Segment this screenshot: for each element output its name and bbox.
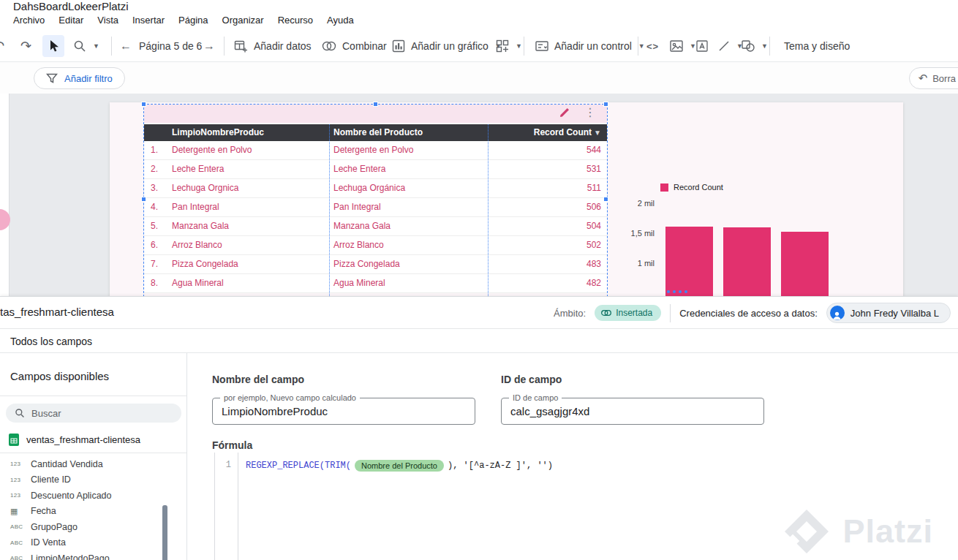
bar[interactable] xyxy=(723,227,771,296)
table-row: 4.Pan IntegralPan Integral506 xyxy=(144,198,607,217)
table-row: 8.Agua MineralAgua Mineral482 xyxy=(144,274,607,293)
data-source-item[interactable]: ventas_freshmart-clientesa xyxy=(9,432,140,447)
table-cell: 531 xyxy=(488,160,607,178)
page-indicator[interactable]: Página 5 de 6 xyxy=(139,31,202,61)
community-viz-button[interactable]: ▼ xyxy=(496,31,522,61)
search-input[interactable] xyxy=(31,408,170,419)
table-cell: 4. xyxy=(144,198,165,216)
filter-icon xyxy=(46,73,58,83)
field-item[interactable]: 123Cliente ID xyxy=(0,472,186,488)
add-data-icon xyxy=(234,39,248,53)
add-chart-button[interactable]: Añadir un gráfico ▼ xyxy=(392,31,502,61)
resize-handle[interactable] xyxy=(373,102,378,107)
column-guide xyxy=(488,124,489,296)
more-options-button[interactable]: ⋮ xyxy=(584,105,596,119)
chevron-down-icon: ▼ xyxy=(690,42,696,50)
field-label: LimpioMetodoPago xyxy=(31,553,110,560)
menu-editar[interactable]: Editar xyxy=(59,15,83,26)
scrollbar-thumb[interactable] xyxy=(162,505,167,560)
edit-button[interactable] xyxy=(559,107,574,121)
column-guide xyxy=(329,124,330,296)
blend-button[interactable]: Combinar xyxy=(322,31,387,61)
shape-button[interactable]: ▼ xyxy=(742,31,768,61)
column-header[interactable]: Nombre del Producto xyxy=(329,124,488,141)
menu-insertar[interactable]: Insertar xyxy=(132,15,165,26)
line-button[interactable]: ▼ xyxy=(718,31,743,61)
table-cell: 5. xyxy=(144,217,165,235)
menu-organizar[interactable]: Organizar xyxy=(222,15,264,26)
bar[interactable] xyxy=(665,227,713,296)
zoom-button[interactable]: ▼ xyxy=(73,31,99,61)
table-cell: 1. xyxy=(144,141,165,159)
clear-label: Borra xyxy=(932,73,956,84)
field-name-input[interactable] xyxy=(213,398,475,424)
text-box-button[interactable] xyxy=(696,31,708,61)
report-canvas[interactable]: ⋮ LimpioNombreProduc Nombre del Producto… xyxy=(0,94,958,296)
bar[interactable] xyxy=(781,232,829,296)
report-page[interactable]: ⋮ LimpioNombreProduc Nombre del Producto… xyxy=(110,102,903,296)
report-title[interactable]: DahsBoardLokeerPlatzi xyxy=(13,0,129,12)
field-search[interactable] xyxy=(6,404,181,423)
column-header-sorted[interactable]: Record Count▼ xyxy=(488,124,607,141)
menu-recurso[interactable]: Recurso xyxy=(278,15,313,26)
menu-archivo[interactable]: Archivo xyxy=(13,15,45,26)
clear-button[interactable]: ↶ Borra xyxy=(909,67,958,89)
undo-button[interactable]: ↶ xyxy=(0,31,4,61)
row-number-header xyxy=(144,124,165,141)
select-tool-button[interactable] xyxy=(42,35,64,57)
add-data-label: Añadir datos xyxy=(254,40,312,52)
arrow-right-icon: → xyxy=(203,39,215,53)
table-cell: Detergente en Polvo xyxy=(165,141,329,159)
table-cell: 506 xyxy=(488,198,607,216)
field-item[interactable]: ABCLimpioMetodoPago xyxy=(0,550,186,560)
field-item[interactable]: ABCID Venta xyxy=(0,535,186,551)
resize-handle[interactable] xyxy=(603,197,608,202)
redo-button[interactable]: ↷ xyxy=(20,31,31,61)
menu-vista[interactable]: Vista xyxy=(97,15,118,26)
shape-icon xyxy=(742,40,755,52)
pagination-dots xyxy=(667,290,687,293)
resize-handle[interactable] xyxy=(141,102,146,107)
bar-chart-component[interactable]: Record Count 2 mil1,5 mil1 mil xyxy=(629,181,841,296)
table-cell: Lechuga Orgánica xyxy=(329,179,488,197)
prev-page-button[interactable]: ← xyxy=(120,31,132,61)
resize-handle[interactable] xyxy=(603,102,608,107)
resize-handle[interactable] xyxy=(141,197,146,202)
formula-editor[interactable]: 1 REGEXP_REPLACE(TRIM( Nombre del Produc… xyxy=(214,453,958,560)
add-control-button[interactable]: Añadir un control ▼ xyxy=(535,31,645,61)
table-row: 1.Detergente en PolvoDetergente en Polvo… xyxy=(144,141,607,160)
next-page-button[interactable]: → xyxy=(203,31,215,61)
column-header[interactable]: LimpioNombreProduc xyxy=(165,124,329,141)
table-chart-component[interactable]: ⋮ LimpioNombreProduc Nombre del Producto… xyxy=(144,105,607,296)
field-item[interactable]: ▦Fecha xyxy=(0,504,186,520)
field-item[interactable]: ABCGrupoPago xyxy=(0,519,186,535)
line-icon xyxy=(718,40,730,52)
table-cell: Arroz Blanco xyxy=(329,236,488,254)
toolbar-divider xyxy=(111,37,112,56)
table-cell: 544 xyxy=(488,141,607,159)
field-item[interactable]: 123Cantidad Vendida xyxy=(0,456,186,472)
arrow-left-icon: ← xyxy=(120,39,132,53)
add-filter-button[interactable]: Añadir filtro xyxy=(34,67,125,89)
undo-icon: ↶ xyxy=(0,38,4,54)
menu-pagina[interactable]: Página xyxy=(178,15,208,26)
sort-icon: ▼ xyxy=(594,129,601,137)
add-data-button[interactable]: Añadir datos xyxy=(234,31,312,61)
link-icon xyxy=(601,310,611,316)
community-viz-icon xyxy=(496,39,509,53)
field-chip[interactable]: Nombre del Producto xyxy=(355,460,444,472)
legend-swatch xyxy=(660,183,668,192)
image-button[interactable]: ▼ xyxy=(670,31,696,61)
formula-code-line[interactable]: REGEXP_REPLACE(TRIM( Nombre del Producto… xyxy=(246,460,553,472)
field-id-input[interactable] xyxy=(502,398,763,424)
table-cell: 6. xyxy=(144,236,165,254)
divider xyxy=(0,396,186,396)
menu-ayuda[interactable]: Ayuda xyxy=(327,15,354,26)
field-item[interactable]: 123Descuento Aplicado xyxy=(0,488,186,504)
theme-layout-button[interactable]: Tema y diseño xyxy=(784,31,850,61)
credentials-user-chip[interactable]: John Fredy Villalba L xyxy=(826,303,951,323)
tab-all-fields[interactable]: Todos los campos xyxy=(10,336,92,347)
field-name-input-box: por ejemplo, Nuevo campo calculado xyxy=(212,398,475,425)
table-cell: Agua Mineral xyxy=(329,274,488,292)
embed-button[interactable]: <> xyxy=(646,31,659,61)
